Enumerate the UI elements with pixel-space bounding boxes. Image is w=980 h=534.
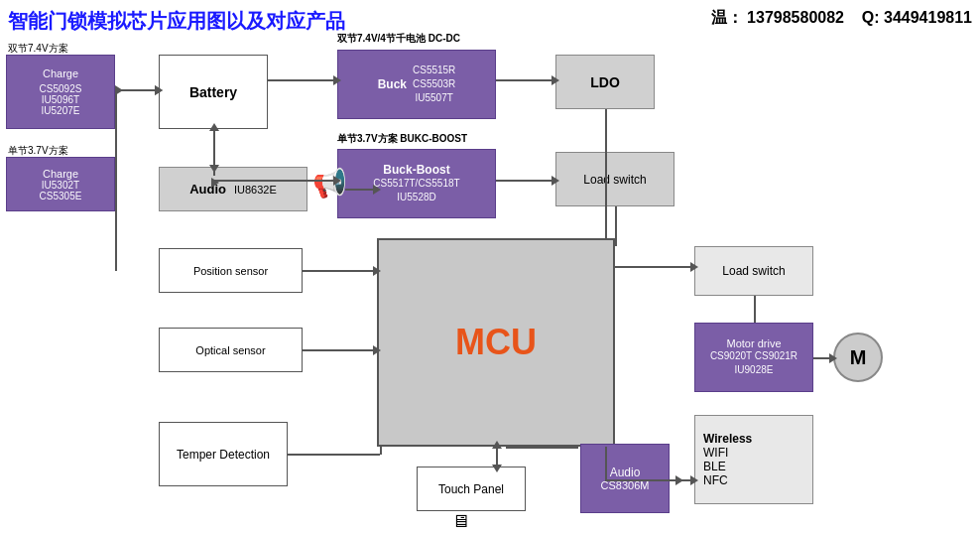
buck-boost-text: Buck-Boost [383, 163, 449, 177]
line-mcu-to-audio-bottom [506, 447, 578, 449]
contact-phone: 13798580082 [747, 9, 844, 26]
line-h-temper [290, 454, 380, 456]
line-single-up [115, 92, 117, 184]
contact-qq: 3449419811 [884, 9, 972, 26]
arrow-battery-to-buck [268, 79, 335, 81]
contact-qq-label: Q: [862, 9, 880, 26]
motor-drive-box: Motor drive CS9020T CS9021RIU9028E [694, 323, 813, 392]
audio-box: Audio IU8632E [159, 167, 307, 211]
contact-label: 温： [711, 9, 743, 26]
page-title: 智能门锁模拟芯片应用图以及对应产品 [8, 8, 345, 35]
buck-chips: CS5515RCS5503RIU5507T [413, 64, 455, 105]
arrow-position-to-mcu [303, 270, 375, 272]
mcu-box: MCU [377, 238, 615, 447]
arrow-buck-to-ldo [496, 79, 553, 81]
wireless-ble: BLE [703, 460, 726, 473]
line-mcu-wireless-v [605, 447, 607, 479]
line-mcu-wireless-h [605, 479, 677, 481]
monitor-icon: 🖥 [451, 511, 469, 532]
load-switch-mid-box: Load switch [694, 246, 813, 296]
buck-boost-box: Buck-Boost CS5517T/CS5518TIU5528D [337, 149, 496, 218]
dual-charge-box: Charge CS5092SIU5096TIU5207E [6, 55, 115, 129]
buck-boost-chips: CS5517T/CS5518TIU5528D [373, 177, 459, 204]
dual-charge-label: Charge [43, 67, 78, 79]
wireless-nfc: NFC [703, 473, 728, 487]
line-mcu-v-temper [380, 447, 382, 455]
arrow-optical-to-mcu [303, 349, 375, 351]
buck-label: Buck [378, 77, 407, 91]
wireless-box: Wireless WIFI BLE NFC [694, 415, 813, 504]
motor-drive-chips: CS9020T CS9021RIU9028E [710, 349, 797, 377]
line-v-temper-down [290, 454, 292, 456]
dual-charge-chips: CS5092SIU5096TIU5207E [40, 83, 82, 116]
arrow-buckboost-to-loadswitch [496, 180, 553, 182]
arrow-mcu-to-loadswitch-mid [615, 266, 692, 268]
line-single-to-junction [115, 182, 117, 271]
audio-chip: IU8632E [234, 184, 277, 196]
line-ldo-down [605, 109, 607, 238]
buck-section-label: 双节7.4V/4节千电池 DC-DC [337, 32, 460, 46]
audio-bottom-label: Audio [610, 466, 641, 479]
line-battery-audio-v [213, 129, 215, 167]
single-charge-label: Charge [43, 168, 78, 180]
line-loadswitch-to-motordrive [754, 296, 756, 323]
speaker-icon: 📢 [312, 167, 347, 200]
touch-panel-box: Touch Panel [417, 467, 526, 511]
single-3v7-label: 单节3.7V方案 [8, 144, 68, 158]
temper-detection-box: Temper Detection [159, 422, 288, 486]
battery-box: Battery [159, 55, 268, 129]
double-arrow-mcu-touchpanel [496, 447, 498, 467]
arrow-battery-to-buckboost [213, 180, 335, 182]
contact-info: 温： 13798580082 Q: 3449419811 [711, 8, 972, 29]
ldo-box: LDO [555, 55, 655, 109]
position-sensor-box: Position sensor [159, 248, 303, 293]
dual-7v4-label: 双节7.4V方案 [8, 42, 68, 56]
wireless-label: Wireless [703, 432, 752, 446]
line-loadswitchtop-down [615, 206, 617, 246]
load-switch-top-box: Load switch [555, 152, 674, 206]
buck-boost-label: 单节3.7V方案 BUKC-BOOST [337, 132, 467, 146]
arrow-junction-battery [117, 89, 157, 91]
audio-bottom-box: Audio CS8306M [580, 444, 670, 513]
audio-label: Audio [189, 182, 226, 197]
motor-drive-label: Motor drive [726, 337, 781, 349]
wireless-wifi: WIFI [703, 446, 728, 460]
single-charge-box: Charge IU5302TCS5305E [6, 157, 115, 211]
single-charge-chips: IU5302TCS5305E [40, 180, 82, 201]
arrow-motordrive-to-m [813, 357, 831, 359]
motor-m-circle: M [833, 333, 883, 382]
arrow-audio-to-mcu [345, 189, 375, 191]
optical-sensor-box: Optical sensor [159, 328, 303, 372]
arrow-ldo-mcu [605, 238, 607, 240]
buck-box: Buck CS5515RCS5503RIU5507T [337, 50, 496, 119]
